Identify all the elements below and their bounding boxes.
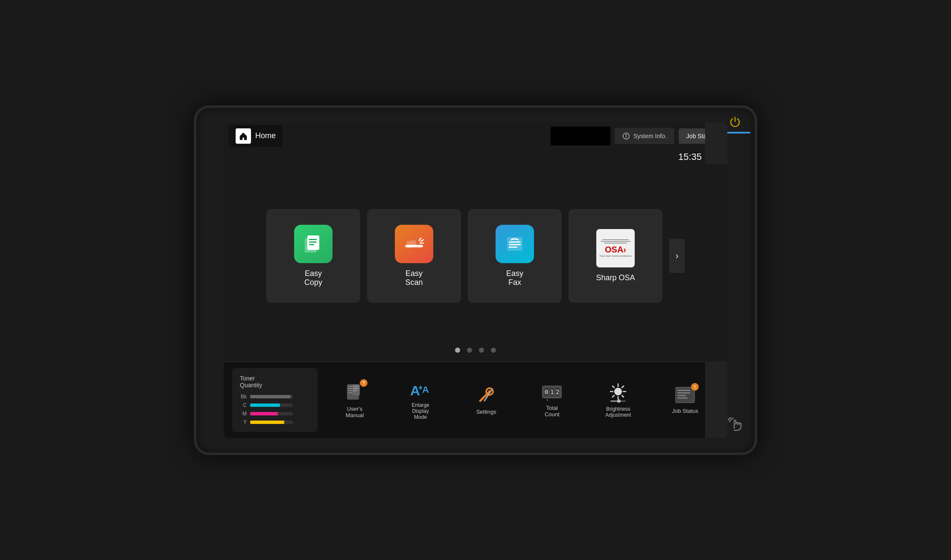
home-label: Home bbox=[255, 131, 276, 140]
enlarge-text-icon: A A bbox=[409, 380, 432, 399]
dot-4[interactable] bbox=[491, 348, 496, 353]
svg-point-2 bbox=[626, 134, 626, 135]
toner-m-bar-container bbox=[250, 412, 293, 415]
job-status-bottom-button[interactable]: ! Job Status bbox=[665, 370, 705, 430]
job-status-bottom-label: Job Status bbox=[672, 408, 698, 414]
toner-c-bar-container bbox=[250, 403, 293, 407]
svg-rect-25 bbox=[353, 388, 359, 389]
svg-line-12 bbox=[421, 240, 423, 241]
svg-rect-24 bbox=[353, 386, 359, 387]
svg-rect-55 bbox=[677, 392, 690, 394]
header-display bbox=[551, 127, 610, 145]
settings-label: Settings bbox=[476, 409, 496, 415]
users-manual-icon-wrap: ? bbox=[344, 382, 365, 402]
nfc-icon bbox=[725, 412, 746, 435]
app-card-easy-copy[interactable]: Easy Copy bbox=[266, 209, 360, 303]
svg-point-52 bbox=[617, 399, 621, 403]
easy-copy-icon bbox=[294, 225, 333, 263]
bottom-actions: ? User's Manual A A bbox=[322, 362, 719, 438]
svg-point-41 bbox=[614, 388, 622, 395]
svg-rect-7 bbox=[309, 244, 314, 245]
brightness-label: Brightness Adjustment bbox=[605, 406, 631, 418]
toner-c-row: C bbox=[240, 402, 310, 408]
svg-rect-9 bbox=[406, 240, 417, 248]
indicator-line bbox=[725, 132, 750, 133]
grid-next-arrow[interactable]: › bbox=[669, 239, 685, 273]
svg-line-47 bbox=[622, 395, 624, 397]
easy-fax-icon bbox=[496, 225, 534, 263]
counter-icon: 0 1 2 3 bbox=[541, 383, 563, 401]
toner-title: Toner Quantity bbox=[240, 375, 310, 389]
svg-text:3: 3 bbox=[546, 398, 548, 401]
brightness-icon bbox=[607, 382, 629, 403]
brightness-button[interactable]: Brightness Adjustment bbox=[598, 370, 638, 430]
toner-y-bar-container bbox=[250, 421, 293, 424]
app-card-easy-scan[interactable]: Easy Scan bbox=[367, 209, 461, 303]
easy-copy-label: Easy Copy bbox=[304, 269, 322, 287]
users-manual-label: User's Manual bbox=[346, 406, 364, 418]
toner-bk-bar bbox=[250, 395, 291, 398]
svg-rect-57 bbox=[677, 398, 688, 399]
svg-text:A: A bbox=[422, 384, 429, 395]
settings-button[interactable]: Settings bbox=[467, 370, 505, 430]
settings-icon bbox=[476, 385, 496, 405]
header: Home System Info. Job Status bbox=[224, 122, 727, 150]
device-frame: Home System Info. Job Status 15:35 ‹ bbox=[194, 105, 757, 455]
home-icon bbox=[236, 128, 251, 144]
toner-m-row: M bbox=[240, 411, 310, 417]
svg-text:0: 0 bbox=[545, 389, 548, 395]
enlarge-display-icon-wrap: A A bbox=[409, 380, 432, 399]
main-content: Easy Copy bbox=[224, 164, 727, 361]
easy-fax-label: Easy Fax bbox=[506, 269, 523, 287]
toner-m-bar bbox=[250, 412, 278, 415]
app-grid: Easy Copy bbox=[224, 164, 727, 343]
job-status-badge: ! bbox=[691, 383, 699, 391]
pagination-dots bbox=[224, 343, 727, 361]
dot-2[interactable] bbox=[467, 348, 472, 353]
users-manual-badge: ? bbox=[360, 379, 368, 387]
toner-m-label: M bbox=[240, 411, 247, 417]
svg-text:A: A bbox=[410, 383, 420, 398]
home-button[interactable]: Home bbox=[229, 125, 283, 147]
svg-rect-16 bbox=[509, 244, 521, 245]
easy-scan-label: Easy Scan bbox=[405, 269, 423, 287]
svg-line-11 bbox=[419, 238, 421, 241]
svg-rect-15 bbox=[509, 241, 521, 243]
svg-line-46 bbox=[613, 386, 614, 388]
enlarge-display-button[interactable]: A A Enlarge Display Mode bbox=[401, 370, 440, 430]
sharp-osa-label: Sharp OSA bbox=[596, 273, 635, 282]
easy-scan-icon bbox=[395, 225, 433, 263]
toner-c-label: C bbox=[240, 402, 247, 408]
total-count-label: Total Count bbox=[545, 405, 560, 418]
total-count-icon-wrap: 0 1 2 3 bbox=[541, 383, 563, 401]
svg-line-48 bbox=[622, 386, 624, 388]
toner-bk-label: Bk bbox=[240, 394, 247, 400]
toner-panel: Toner Quantity Bk C M bbox=[232, 368, 318, 432]
bottom-bar: Toner Quantity Bk C M bbox=[224, 361, 727, 438]
users-manual-button[interactable]: ? User's Manual bbox=[335, 370, 374, 430]
job-status-icon-wrap: ! bbox=[674, 386, 696, 404]
svg-rect-54 bbox=[677, 390, 690, 391]
enlarge-display-label: Enlarge Display Mode bbox=[411, 402, 429, 420]
svg-text:1: 1 bbox=[550, 389, 554, 395]
system-info-button[interactable]: System Info. bbox=[615, 128, 674, 144]
svg-rect-5 bbox=[309, 239, 317, 240]
app-card-sharp-osa[interactable]: OSA› Sharp Open Systems Architecture Sha… bbox=[569, 209, 662, 303]
sharp-osa-icon: OSA› Sharp Open Systems Architecture bbox=[596, 229, 635, 267]
svg-rect-26 bbox=[353, 390, 357, 391]
toner-bk-bar-container bbox=[250, 395, 293, 398]
dot-1[interactable] bbox=[455, 348, 460, 353]
system-info-label: System Info. bbox=[633, 133, 667, 139]
settings-icon-wrap bbox=[476, 385, 496, 405]
svg-line-49 bbox=[613, 395, 614, 397]
app-card-easy-fax[interactable]: Easy Fax bbox=[468, 209, 562, 303]
total-count-button[interactable]: 0 1 2 3 Total Count bbox=[533, 370, 571, 430]
svg-text:2: 2 bbox=[556, 389, 559, 395]
toner-y-row: Y bbox=[240, 419, 310, 425]
toner-y-label: Y bbox=[240, 419, 247, 425]
dot-3[interactable] bbox=[479, 348, 484, 353]
time-bar: 15:35 ‹ bbox=[224, 150, 727, 164]
svg-rect-23 bbox=[352, 384, 360, 395]
power-button[interactable] bbox=[728, 116, 742, 131]
svg-rect-17 bbox=[509, 247, 517, 248]
